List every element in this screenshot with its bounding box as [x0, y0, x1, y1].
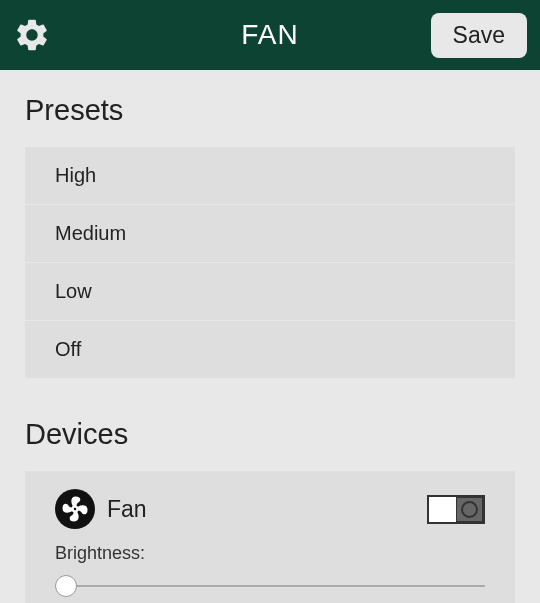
brightness-label: Brightness: — [55, 543, 485, 564]
save-button[interactable]: Save — [431, 13, 527, 58]
presets-section-title: Presets — [25, 94, 515, 127]
preset-off[interactable]: Off — [25, 321, 515, 378]
slider-thumb[interactable] — [55, 575, 77, 597]
toggle-knob — [456, 497, 483, 522]
brightness-slider[interactable] — [55, 574, 485, 598]
preset-low[interactable]: Low — [25, 263, 515, 320]
preset-list: High Medium Low Off — [25, 147, 515, 378]
device-name: Fan — [107, 496, 147, 523]
header: FAN Save — [0, 0, 540, 70]
slider-track — [55, 585, 485, 587]
device-card: Fan Brightness: — [25, 471, 515, 603]
device-toggle[interactable] — [427, 495, 485, 524]
content: Presets High Medium Low Off Devices Fan … — [0, 70, 540, 603]
page-title: FAN — [241, 19, 298, 51]
gear-icon[interactable] — [13, 16, 51, 54]
devices-section-title: Devices — [25, 418, 515, 451]
device-row: Fan — [55, 489, 485, 529]
fan-icon — [55, 489, 95, 529]
preset-medium[interactable]: Medium — [25, 205, 515, 262]
preset-high[interactable]: High — [25, 147, 515, 204]
